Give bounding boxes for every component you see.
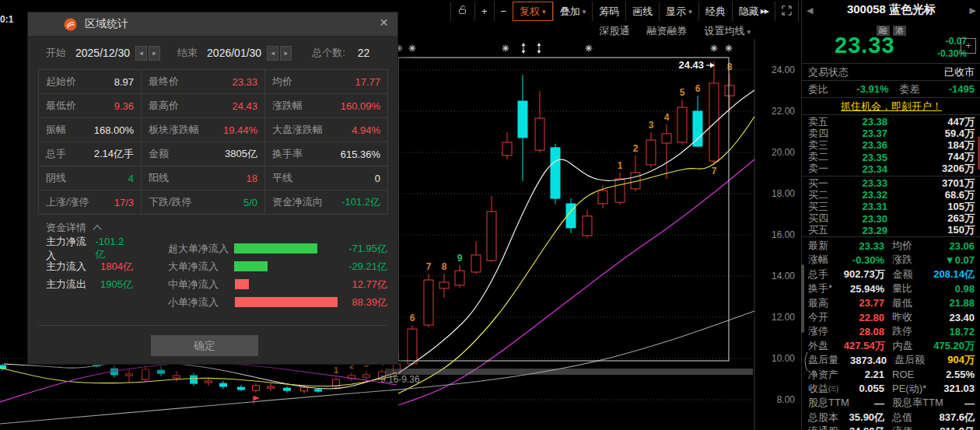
price-change: -0.07-0.30% bbox=[915, 35, 967, 60]
fund-label: 小单净流入 bbox=[168, 295, 235, 309]
dialog-titlebar[interactable]: 区域统计 × bbox=[28, 12, 397, 36]
svg-text:1: 1 bbox=[334, 365, 338, 375]
stats-cell: 总手2.14亿手 bbox=[39, 142, 142, 166]
stats-label: 均价 bbox=[272, 75, 292, 89]
chart-subtoolbar: 深股通融资融券设置均线▾ bbox=[599, 24, 751, 38]
stats-cell: 换手率615.36% bbox=[265, 142, 388, 166]
ma-settings-button[interactable]: 设置均线▾ bbox=[704, 24, 751, 38]
quote-row: 涨停28.08跌停18.72 bbox=[802, 324, 980, 338]
quote-value: 18.72 bbox=[940, 326, 975, 337]
dialog-divider bbox=[38, 325, 387, 326]
end-date-steppers: ◂▸ bbox=[267, 46, 292, 61]
toolbar-item-label: 叠加 bbox=[560, 5, 580, 19]
chevron-down-icon: ▾ bbox=[688, 8, 692, 16]
zoom-out-button[interactable]: − bbox=[494, 2, 513, 21]
fund-label: 超大单净流入 bbox=[168, 242, 234, 256]
stats-label: 大盘涨跌幅 bbox=[272, 123, 323, 137]
start-date-prev-button[interactable]: ◂ bbox=[135, 46, 147, 61]
quote-value: 3873.40 bbox=[850, 355, 887, 366]
fund-row: 主力净流入-101.2亿 bbox=[46, 239, 133, 257]
quote-label: ROE bbox=[892, 369, 940, 380]
svg-text:18.00: 18.00 bbox=[772, 188, 795, 199]
fund-detail-header[interactable]: 资金详情 bbox=[46, 221, 100, 235]
quote-value: 321.03 bbox=[940, 383, 975, 394]
stats-value: 160.09% bbox=[341, 100, 380, 112]
chips-button[interactable]: 筹码 bbox=[592, 2, 625, 21]
svg-text:4: 4 bbox=[664, 112, 670, 123]
margin-trading-tab[interactable]: 融资融券 bbox=[646, 24, 687, 38]
quote-value: 837.6亿 bbox=[939, 411, 975, 425]
toolbar-item-label: 画线 bbox=[632, 5, 653, 19]
quote-value: -0.30% bbox=[850, 254, 884, 266]
quote-row: 流通股34.80亿流值811.9亿 bbox=[802, 425, 980, 430]
svg-text:10.00: 10.00 bbox=[772, 353, 795, 364]
quote-row: 最高23.77最低21.88 bbox=[802, 295, 980, 309]
start-date-value[interactable]: 2025/12/30 bbox=[75, 47, 130, 59]
stats-value: 17.77 bbox=[355, 76, 380, 88]
region-stats-dialog: 区域统计 × 开始 2025/12/30 ◂▸ 结束 2026/01/30 ◂▸… bbox=[27, 12, 398, 365]
quote-value: 475.20万 bbox=[933, 339, 975, 353]
start-date-label: 开始 bbox=[46, 46, 66, 60]
stats-cell: 阳线18 bbox=[142, 166, 265, 191]
total-count-label: 总个数: bbox=[312, 46, 345, 60]
adjust-price-button[interactable]: 复权▾ bbox=[513, 2, 553, 21]
stats-cell: 大盘涨跌幅4.94% bbox=[265, 118, 388, 142]
overlay-button[interactable]: 叠加▾ bbox=[553, 2, 593, 21]
trading-status-row: 交易状态 已收市 bbox=[802, 63, 980, 80]
svg-text:6: 6 bbox=[410, 313, 415, 323]
stats-cell: 上涨/涨停17/3 bbox=[39, 191, 142, 215]
stats-value: 3805亿 bbox=[225, 147, 257, 161]
open-account-ad-link[interactable]: 抓住机会，即刻开户！ bbox=[841, 100, 942, 112]
close-icon[interactable]: × bbox=[380, 14, 388, 31]
order-book: 卖五23.38447万卖四23.3759.4万卖三23.36184万卖二23.3… bbox=[802, 114, 980, 236]
stats-label: 起始价 bbox=[46, 75, 76, 89]
quote-row: 外盘427.54万内盘475.20万 bbox=[802, 339, 980, 353]
quote-value: 0.055 bbox=[850, 383, 884, 394]
end-date-value[interactable]: 2026/01/30 bbox=[207, 47, 261, 59]
display-button[interactable]: 显示▾ bbox=[659, 2, 698, 21]
quote-detail-grid: 最新23.33均价23.06涨幅-0.30%涨跌▼0.07总手902.73万金额… bbox=[802, 236, 980, 430]
panel-scrollbar-thumb[interactable] bbox=[801, 264, 804, 333]
stats-label: 涨跌幅 bbox=[272, 99, 303, 113]
quote-value: — bbox=[850, 397, 884, 409]
svg-text:12.00: 12.00 bbox=[772, 312, 795, 323]
fullscreen-button[interactable] bbox=[775, 2, 799, 21]
next-stock-arrow[interactable]: ▶ bbox=[970, 5, 976, 16]
quote-panel: ◀ 300058 蓝色光标 ▶ 融港 23.33 -0.07-0.30% + 交… bbox=[801, 0, 980, 430]
end-date-prev-button[interactable]: ◂ bbox=[267, 46, 278, 61]
bid-price: 23.31 bbox=[839, 201, 887, 212]
zoom-in-button[interactable]: + bbox=[474, 2, 494, 21]
add-watchlist-button[interactable]: + bbox=[961, 38, 976, 54]
stats-label: 最高价 bbox=[149, 99, 179, 113]
ask-row[interactable]: 卖一23.343206万 bbox=[802, 163, 980, 177]
stats-label: 换手率 bbox=[272, 147, 303, 161]
stats-value: 0 bbox=[375, 173, 380, 184]
classic-button[interactable]: 经典 bbox=[698, 2, 732, 21]
confirm-button[interactable]: 确定 bbox=[151, 335, 258, 356]
svg-text:7: 7 bbox=[712, 166, 717, 177]
start-date-next-button[interactable]: ▸ bbox=[149, 46, 160, 61]
stats-label: 阴线 bbox=[46, 171, 66, 185]
hide-button[interactable]: 隐藏▶▶ bbox=[732, 2, 775, 21]
shenzhen-connect-tab[interactable]: 深股通 bbox=[599, 24, 629, 38]
prev-stock-arrow[interactable]: ◀ bbox=[807, 5, 813, 16]
quote-value: 23.33 bbox=[850, 240, 884, 252]
quote-label: 均价 bbox=[892, 239, 940, 253]
quote-label: 最低 bbox=[892, 296, 940, 310]
fund-value: 1804亿 bbox=[100, 260, 133, 274]
quote-label: 净资产 bbox=[808, 368, 850, 382]
quote-value: 2.55% bbox=[940, 369, 975, 380]
fund-row: 小单净流入88.39亿 bbox=[168, 293, 387, 311]
quote-label: 金额 bbox=[893, 267, 934, 281]
bid-level-label: 买五 bbox=[808, 223, 839, 237]
quote-label: 总股本 bbox=[808, 411, 849, 425]
bid-row[interactable]: 买五23.29150万 bbox=[802, 225, 980, 236]
fund-label: 大单净流入 bbox=[168, 260, 234, 274]
panel-collapse-handle[interactable] bbox=[802, 351, 808, 372]
toolbar-lock-button[interactable] bbox=[450, 2, 474, 21]
end-date-next-button[interactable]: ▸ bbox=[280, 46, 292, 61]
ask-price: 23.37 bbox=[839, 128, 887, 139]
toolbar-item-label: 复权 bbox=[520, 5, 540, 19]
quote-label: PE(动)* bbox=[892, 382, 940, 396]
draw-line-button[interactable]: 画线 bbox=[625, 2, 659, 21]
